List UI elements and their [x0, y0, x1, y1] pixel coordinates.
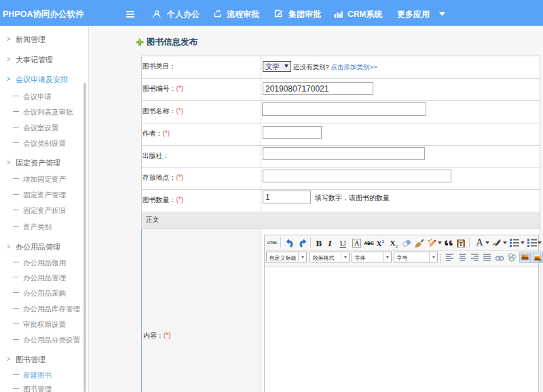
svg-text:T: T	[459, 241, 463, 248]
